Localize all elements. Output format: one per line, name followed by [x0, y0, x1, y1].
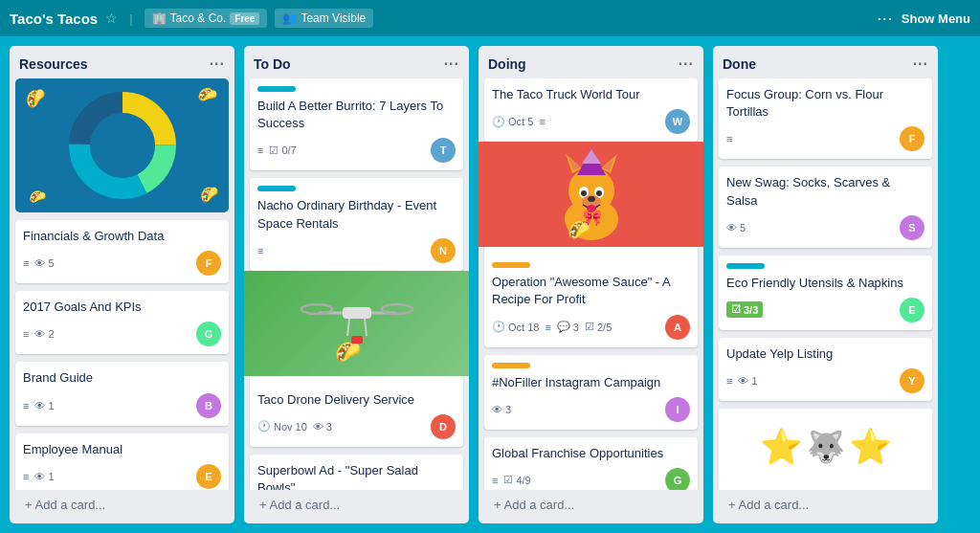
avatar: I [665, 397, 690, 422]
date-meta: 🕐 Nov 10 [257, 420, 307, 433]
checklist-badge: ☑ 3/3 [726, 301, 763, 318]
card-footer: 🕐 Nov 10 👁 3 D [257, 414, 456, 439]
watch-meta: 👁 1 [738, 375, 757, 387]
card-employee[interactable]: Employee Manual ≡ 👁 1 E [15, 433, 229, 490]
add-card-todo[interactable]: + Add a card... [250, 492, 463, 518]
card-label [726, 263, 765, 269]
card-label [257, 86, 296, 92]
avatar: A [665, 315, 690, 340]
svg-rect-6 [343, 307, 371, 319]
org-icon: 🏢 [152, 11, 167, 25]
card-drone[interactable]: 🌮 [250, 271, 463, 447]
column-header-resources: Resources ··· [10, 46, 234, 78]
column-done: Done ··· Focus Group: Corn vs. Flour Tor… [713, 46, 938, 523]
desc-meta: ≡ [23, 471, 29, 482]
card-footer: ≡ 👁 1 E [23, 464, 221, 489]
column-cards-resources: 🌮 🌮 🌮 🌮 Financials & Growth Data ≡ 👁 5 F… [10, 78, 234, 490]
card-title: Global Franchise Opportunities [492, 445, 690, 462]
card-taco-truck[interactable]: The Taco Truck World Tour 🕐 Oct 5 ≡ W [484, 78, 698, 142]
card-burrito[interactable]: Build A Better Burrito: 7 Layers To Succ… [250, 78, 463, 170]
card-label [492, 363, 530, 368]
card-superbowl[interactable]: Superbowl Ad - "Super Salad Bowls" 🕐 Dec… [250, 455, 463, 490]
svg-line-11 [347, 319, 349, 336]
card-footer: ☑ 3/3 E [726, 298, 924, 322]
card-image-sauce: 🌮 🎀 [479, 142, 703, 247]
card-label [257, 186, 296, 191]
card-title: New Swag: Socks, Scarves & Salsa [726, 174, 924, 209]
card-goals[interactable]: 2017 Goals And KPIs ≡ 👁 2 G [15, 291, 229, 354]
avatar: W [665, 109, 690, 134]
avatar: T [431, 138, 456, 163]
board-title[interactable]: Taco's Tacos [10, 11, 98, 27]
svg-point-4 [96, 119, 149, 172]
org-switcher[interactable]: 🏢 Taco & Co. Free [145, 9, 268, 28]
checklist-meta: ☑ 2/5 [585, 321, 612, 333]
card-title: Eco Friendly Utensils & Napkins [726, 275, 924, 292]
card-footer: 🕐 Oct 5 ≡ W [492, 109, 690, 134]
watch-meta: 👁 1 [34, 471, 54, 482]
watch-meta: 👁 5 [726, 222, 746, 233]
card-franchise[interactable]: Global Franchise Opportunities ≡ ☑ 4/9 G [484, 437, 698, 490]
column-menu-todo[interactable]: ··· [444, 56, 459, 73]
card-nofiller[interactable]: #NoFiller Instagram Campaign 👁 3 I [484, 355, 698, 430]
column-cards-doing: The Taco Truck World Tour 🕐 Oct 5 ≡ W [479, 78, 703, 490]
card-footer: ≡ N [257, 238, 456, 263]
card-awesome-sauce[interactable]: 🌮 🎀 Operation "Awesome Sauce" - A Recipe… [484, 142, 698, 346]
card-brand[interactable]: Brand Guide ≡ 👁 1 B [15, 362, 229, 425]
avatar: Y [900, 368, 924, 393]
visibility-toggle[interactable]: 👥 Team Visible [275, 9, 373, 28]
column-header-todo: To Do ··· [244, 46, 469, 78]
chart-card[interactable]: 🌮 🌮 🌮 🌮 [15, 78, 229, 212]
column-cards-done: Focus Group: Corn vs. Flour Tortillas ≡ … [713, 78, 938, 490]
card-footer: ≡ 👁 1 B [23, 393, 221, 418]
column-header-doing: Doing ··· [479, 46, 703, 78]
card-footer: ≡ 👁 5 F [23, 251, 221, 276]
add-card-resources[interactable]: + Add a card... [15, 492, 229, 518]
column-resources: Resources ··· 🌮 🌮 🌮 🌮 [10, 46, 234, 523]
visibility-icon: 👥 [282, 11, 297, 25]
card-grand-opening[interactable]: ⭐ 🐺 ⭐ Grand Opening Celebration 🕐 Aug 11… [719, 409, 932, 490]
desc-meta: ≡ [492, 475, 498, 486]
card-title: Superbowl Ad - "Super Salad Bowls" [257, 462, 456, 490]
card-eco[interactable]: Eco Friendly Utensils & Napkins ☑ 3/3 E [719, 255, 932, 330]
card-footer: ≡ 👁 1 Y [726, 368, 924, 393]
svg-point-25 [588, 196, 595, 202]
column-menu-resources[interactable]: ··· [210, 56, 225, 73]
add-card-doing[interactable]: + Add a card... [484, 492, 698, 518]
card-swag[interactable]: New Swag: Socks, Scarves & Salsa 👁 5 S [719, 167, 932, 247]
avatar: D [431, 414, 456, 439]
watch-meta: 👁 5 [34, 257, 54, 269]
card-title: The Taco Truck World Tour [492, 86, 690, 103]
desc-meta: ≡ [23, 257, 29, 269]
card-title: Operation "Awesome Sauce" - A Recipe For… [492, 274, 690, 308]
card-label [492, 262, 530, 268]
card-title: Employee Manual [23, 441, 221, 458]
column-cards-todo: Build A Better Burrito: 7 Layers To Succ… [244, 78, 469, 490]
card-yelp[interactable]: Update Yelp Listing ≡ 👁 1 Y [719, 338, 932, 401]
checklist-meta: ☑ 0/7 [269, 144, 296, 157]
card-financials[interactable]: Financials & Growth Data ≡ 👁 5 F [15, 220, 229, 283]
card-focus-group[interactable]: Focus Group: Corn vs. Flour Tortillas ≡ … [719, 78, 932, 159]
comments-meta: 💬 3 [557, 321, 579, 333]
app-header: Taco's Tacos ☆ | 🏢 Taco & Co. Free 👥 Tea… [0, 0, 980, 36]
menu-dots: ··· [878, 11, 894, 26]
svg-marker-28 [582, 149, 601, 164]
card-title: Update Yelp Listing [726, 345, 924, 363]
column-menu-done[interactable]: ··· [913, 56, 928, 73]
star-icon[interactable]: ☆ [105, 11, 118, 26]
card-nacho[interactable]: Nacho Ordinary Birthday - Event Space Re… [250, 178, 463, 270]
avatar: E [196, 464, 221, 489]
add-card-done[interactable]: + Add a card... [719, 492, 932, 518]
column-menu-doing[interactable]: ··· [679, 56, 694, 73]
svg-point-23 [596, 190, 602, 196]
desc-meta: ≡ [257, 245, 263, 256]
avatar: S [900, 215, 924, 240]
desc-meta: ≡ [257, 144, 263, 156]
card-image-drone: 🌮 [244, 271, 469, 376]
desc-meta: ≡ [539, 116, 545, 127]
visibility-label: Team Visible [301, 11, 366, 25]
show-menu-button[interactable]: ··· Show Menu [878, 11, 970, 26]
free-badge: Free [230, 12, 259, 25]
card-footer: ≡ 👁 2 G [23, 322, 221, 346]
svg-point-10 [382, 304, 412, 314]
